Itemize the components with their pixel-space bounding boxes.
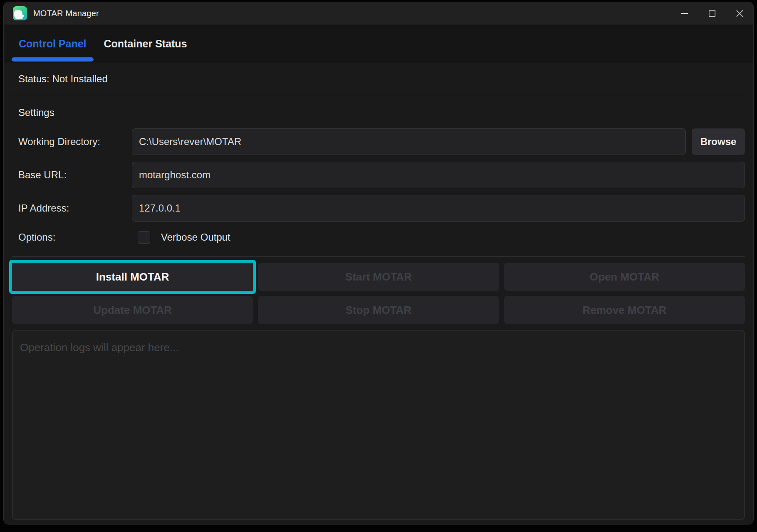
stop-motar-button[interactable]: Stop MOTAR [258,296,499,324]
close-button[interactable] [726,2,753,25]
base-url-row: Base URL: [12,162,745,188]
maximize-button[interactable] [698,2,726,25]
start-motar-button[interactable]: Start MOTAR [258,263,499,291]
options-label: Options: [12,232,132,243]
update-motar-button[interactable]: Update MOTAR [12,296,253,324]
ip-address-label: IP Address: [12,202,132,214]
working-directory-row: Working Directory: Browse [12,128,745,155]
app-icon-dot [22,15,24,17]
tab-control-panel-label: Control Panel [19,38,87,50]
tab-control-panel[interactable]: Control Panel [12,25,94,63]
tab-bar: Control Panel Container Status [4,25,753,63]
app-window: MOTAR Manager Control Panel Container St… [3,2,754,525]
status-text: Status: Not Installed [12,63,745,95]
options-row: Options: Verbose Output [12,226,745,249]
action-button-grid: Install MOTAR Start MOTAR Open MOTAR Upd… [12,263,745,324]
app-icon-dot [20,13,22,15]
title-bar[interactable]: MOTAR Manager [4,2,753,25]
working-directory-input[interactable] [132,128,686,155]
working-directory-label: Working Directory: [12,136,132,148]
browse-button[interactable]: Browse [692,128,745,155]
log-placeholder-text: Operation logs will appear here... [20,341,737,354]
app-icon-blob [14,10,23,20]
operation-log-area[interactable]: Operation logs will appear here... [12,330,745,520]
minimize-button[interactable] [671,2,698,25]
remove-motar-button[interactable]: Remove MOTAR [504,296,745,324]
close-icon [736,10,743,17]
install-motar-button[interactable]: Install MOTAR [12,263,253,291]
active-tab-underline [12,57,94,62]
tab-container-status-label: Container Status [104,38,187,50]
maximize-icon [709,10,715,17]
tab-container-status[interactable]: Container Status [97,25,194,63]
minimize-icon [681,13,688,14]
app-icon [13,6,27,20]
base-url-input[interactable] [132,162,745,188]
window-title: MOTAR Manager [33,9,99,18]
ip-address-row: IP Address: [12,195,745,222]
settings-heading: Settings [18,106,745,119]
open-motar-button[interactable]: Open MOTAR [504,263,745,291]
ip-address-input[interactable] [132,195,745,222]
section-divider [12,256,745,257]
verbose-output-label: Verbose Output [161,232,230,243]
verbose-output-checkbox[interactable] [138,231,150,244]
base-url-label: Base URL: [12,169,132,181]
control-panel-content: Status: Not Installed Settings Working D… [4,63,753,524]
